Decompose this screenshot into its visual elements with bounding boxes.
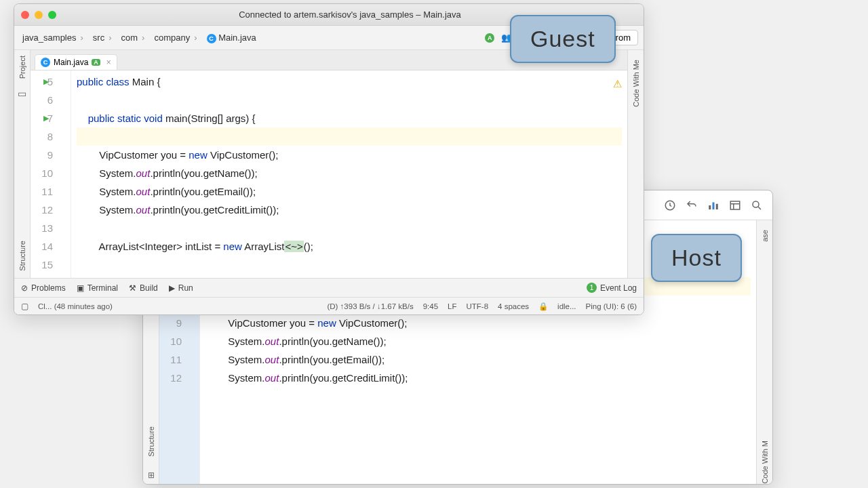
- left-tool-rail: Project ▭ Structure: [14, 50, 31, 278]
- project-tool[interactable]: Project: [18, 56, 26, 79]
- breadcrumb[interactable]: company: [151, 31, 199, 44]
- project-icon[interactable]: ▭: [18, 88, 26, 99]
- warning-icon[interactable]: ⚠: [613, 75, 622, 93]
- vcs-badge-icon[interactable]: A: [485, 33, 494, 43]
- terminal-tool[interactable]: ▣Terminal: [77, 283, 118, 293]
- lock-icon[interactable]: 🔒: [538, 302, 548, 311]
- host-label-bubble: Host: [651, 234, 742, 282]
- layout-icon[interactable]: [729, 199, 741, 211]
- code-with-me-tool[interactable]: Code With Me: [632, 60, 640, 107]
- terminal-icon: ▣: [77, 283, 84, 293]
- class-icon: C: [41, 58, 50, 67]
- structure-icon[interactable]: ⊞: [148, 470, 155, 480]
- breadcrumb[interactable]: java_samples: [20, 31, 86, 44]
- svg-rect-4: [730, 201, 740, 209]
- editor-tab[interactable]: C Main.java A ×: [35, 54, 117, 70]
- minimize-icon[interactable]: [35, 11, 43, 19]
- ping-status: Ping (UI): 6 (6): [586, 302, 637, 310]
- svg-rect-2: [713, 202, 715, 209]
- problems-icon: ⊘: [21, 283, 28, 293]
- guest-label-bubble: Guest: [510, 15, 616, 63]
- close-tab-icon[interactable]: ×: [106, 58, 111, 67]
- structure-tool[interactable]: Structure: [18, 241, 26, 271]
- run-tool[interactable]: ▶Run: [169, 283, 193, 293]
- undo-icon[interactable]: [686, 199, 698, 211]
- network-status: (D) ↑393 B/s / ↓1.67 kB/s: [327, 302, 413, 310]
- idle-status: idle...: [557, 302, 576, 310]
- tool-window-bar: ⊘Problems ▣Terminal ⚒Build ▶Run 1Event L…: [14, 278, 644, 297]
- play-icon: ▶: [169, 283, 175, 293]
- problems-tool[interactable]: ⊘Problems: [21, 283, 66, 293]
- event-log-tool[interactable]: 1Event Log: [587, 283, 637, 293]
- clock: 9:45: [423, 302, 438, 310]
- hammer-icon: ⚒: [129, 283, 136, 293]
- code-with-me-tool[interactable]: Code With M: [761, 441, 769, 484]
- stats-icon[interactable]: [707, 199, 719, 211]
- vcs-badge: A: [92, 59, 100, 66]
- tab-label: Main.java: [54, 58, 88, 67]
- right-tool-rail: ase Code With M: [756, 220, 772, 484]
- class-icon: C: [207, 34, 216, 43]
- breadcrumb[interactable]: src: [90, 31, 115, 44]
- maximize-icon[interactable]: [48, 11, 56, 19]
- breadcrumb[interactable]: com: [119, 31, 148, 44]
- breadcrumb[interactable]: C Main.java: [204, 31, 259, 45]
- encoding[interactable]: UTF-8: [466, 302, 488, 310]
- indent[interactable]: 4 spaces: [498, 302, 529, 310]
- database-tool[interactable]: ase: [761, 230, 769, 242]
- sidebar-toggle-icon[interactable]: ▢: [21, 302, 28, 311]
- structure-tool[interactable]: Structure: [147, 426, 155, 457]
- status-bar: ▢ Cl... (48 minutes ago) (D) ↑393 B/s / …: [14, 297, 644, 314]
- search-icon[interactable]: [751, 199, 763, 211]
- editor[interactable]: 5▶67▶89101112131415 ⚠public class Main {…: [31, 70, 627, 278]
- vcs-status[interactable]: Cl... (48 minutes ago): [38, 302, 113, 310]
- build-tool[interactable]: ⚒Build: [129, 283, 158, 293]
- line-sep[interactable]: LF: [448, 302, 456, 310]
- svg-rect-3: [716, 203, 718, 209]
- svg-rect-1: [709, 205, 711, 209]
- history-icon[interactable]: [664, 199, 676, 211]
- close-icon[interactable]: [21, 11, 29, 19]
- right-tool-rail: Code With Me: [627, 50, 644, 278]
- event-count-badge: 1: [587, 283, 597, 293]
- svg-point-5: [753, 201, 759, 207]
